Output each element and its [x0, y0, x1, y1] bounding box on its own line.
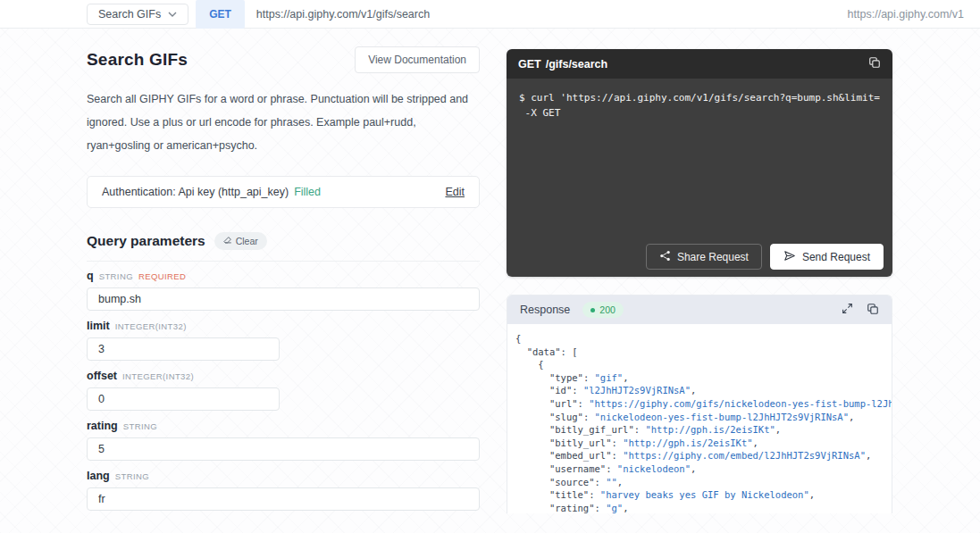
- share-request-label: Share Request: [677, 251, 749, 263]
- response-json-line: "bitly_gif_url": "http://gph.is/2eisIKt"…: [515, 423, 892, 437]
- page-title: Search GIFs: [87, 50, 188, 70]
- parameter-value-input[interactable]: [87, 487, 480, 511]
- base-url: https://api.giphy.com/v1: [848, 8, 980, 21]
- copy-icon: [867, 303, 879, 318]
- section-divider: [87, 261, 480, 262]
- parameter-name: limit: [87, 320, 110, 332]
- parameter-row: offset INTEGER(INT32): [87, 370, 480, 411]
- parameter-value-input[interactable]: [87, 287, 480, 311]
- response-json-line: "slug": "nickelodeon-yes-fist-bump-l2JhH…: [515, 411, 892, 424]
- clear-parameters-button[interactable]: Clear: [214, 232, 267, 250]
- parameter-row: limit INTEGER(INT32): [87, 320, 480, 361]
- request-path-label: /gifs/search: [546, 58, 607, 71]
- response-json-body[interactable]: { "data": [ { "type": "gif", "id": "l2Jh…: [507, 324, 892, 513]
- curl-command: $ curl 'https://api.giphy.com/v1/gifs/se…: [519, 90, 880, 121]
- copy-icon: [868, 56, 881, 71]
- parameter-type: INTEGER(INT32): [122, 371, 194, 381]
- send-icon: [783, 250, 796, 264]
- request-url: https://api.giphy.com/v1/gifs/search: [256, 8, 430, 21]
- response-json-line: "id": "l2JhHJT2s9VjRINsA",: [515, 384, 892, 397]
- response-json-line: {: [515, 332, 892, 346]
- share-request-button[interactable]: Share Request: [646, 244, 762, 270]
- clear-parameters-label: Clear: [236, 236, 258, 246]
- request-method-label: GET: [518, 58, 541, 71]
- topbar: Search GIFs GET https://api.giphy.com/v1…: [0, 0, 980, 29]
- parameter-type: STRING: [115, 471, 149, 481]
- response-json-line: "rating": "g",: [515, 502, 892, 513]
- copy-response-button[interactable]: [867, 303, 879, 318]
- endpoint-selector[interactable]: Search GIFs: [87, 4, 188, 25]
- parameter-name: offset: [87, 370, 117, 382]
- request-code-header: GET /gifs/search: [507, 49, 892, 79]
- response-json-line: "url": "https://giphy.com/gifs/nickelode…: [515, 397, 892, 411]
- try-it-panel: GET /gifs/search $ curl 'https://api.gip…: [507, 49, 892, 520]
- parameter-name: rating: [87, 420, 118, 432]
- endpoint-selector-label: Search GIFs: [98, 8, 161, 21]
- eraser-icon: [223, 236, 232, 246]
- response-json-line: {: [515, 358, 892, 371]
- parameter-row: rating STRING: [87, 420, 480, 461]
- query-parameters-heading: Query parameters: [87, 233, 205, 249]
- parameter-type: STRING: [99, 271, 133, 281]
- response-json-line: "title": "harvey beaks yes GIF by Nickel…: [515, 488, 892, 502]
- response-json-line: "bitly_url": "http://gph.is/2eisIKt",: [515, 437, 892, 450]
- parameter-name: lang: [87, 470, 110, 482]
- main-content: Search GIFs View Documentation Search al…: [0, 29, 980, 520]
- send-request-label: Send Request: [802, 251, 870, 263]
- endpoint-panel: Search GIFs View Documentation Search al…: [87, 46, 480, 520]
- parameter-row: lang STRING: [87, 470, 480, 511]
- method-badge: GET: [196, 0, 245, 29]
- response-json-line: "type": "gif",: [515, 371, 892, 385]
- endpoint-description: Search all GIPHY GIFs for a word or phra…: [87, 87, 480, 157]
- parameter-row: q STRING REQUIRED: [87, 270, 480, 311]
- parameter-value-input[interactable]: [87, 387, 280, 411]
- status-dot-icon: [591, 308, 595, 312]
- chevron-down-icon: [168, 11, 177, 18]
- response-json-line: "data": [: [515, 346, 892, 359]
- response-json-line: "source": "",: [515, 476, 892, 489]
- copy-request-button[interactable]: [868, 56, 881, 71]
- send-request-button[interactable]: Send Request: [770, 244, 884, 270]
- parameter-type: STRING: [123, 421, 157, 431]
- response-json-line: "embed_url": "https://giphy.com/embed/l2…: [515, 449, 892, 462]
- parameter-value-input[interactable]: [87, 337, 280, 361]
- request-code-body: $ curl 'https://api.giphy.com/v1/gifs/se…: [507, 79, 892, 277]
- status-badge: 200: [582, 302, 624, 318]
- authentication-card: Authentication: Api key (http_api_key) F…: [87, 176, 480, 208]
- response-json-line: "username": "nickelodeon",: [515, 462, 892, 476]
- view-documentation-button[interactable]: View Documentation: [355, 46, 480, 73]
- parameter-type: INTEGER(INT32): [115, 321, 187, 331]
- response-title: Response: [520, 304, 570, 316]
- status-code: 200: [599, 304, 616, 315]
- expand-response-button[interactable]: [842, 303, 853, 318]
- authentication-status-badge: Filled: [294, 186, 321, 198]
- response-panel: Response 200: [507, 295, 892, 513]
- parameter-name: q: [87, 270, 94, 282]
- parameter-value-input[interactable]: [87, 437, 480, 461]
- response-header: Response 200: [507, 296, 892, 324]
- parameters-list: q STRING REQUIRED limit INTEGER(INT32) o…: [87, 270, 480, 511]
- request-code-panel: GET /gifs/search $ curl 'https://api.gip…: [507, 49, 892, 277]
- parameter-required-badge: REQUIRED: [138, 271, 186, 281]
- authentication-edit-link[interactable]: Edit: [445, 186, 465, 198]
- share-icon: [659, 250, 671, 264]
- expand-icon: [842, 303, 853, 317]
- authentication-label: Authentication: Api key (http_api_key): [102, 186, 289, 198]
